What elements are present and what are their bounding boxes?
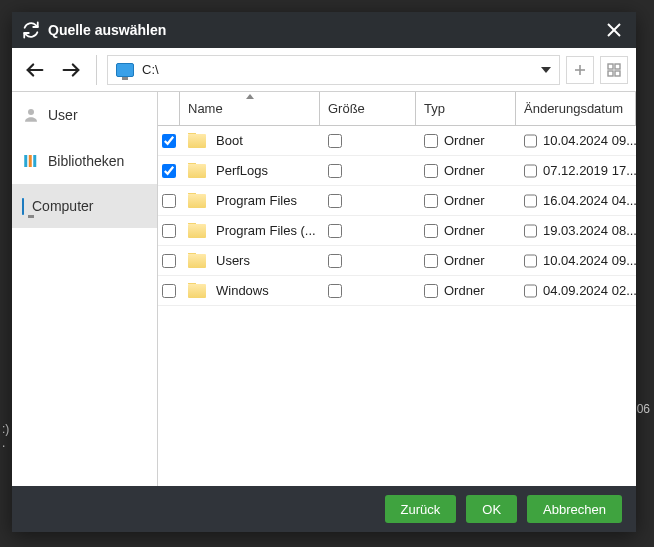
column-headers: Name Größe Typ Änderungsdatum xyxy=(158,92,636,126)
table-row[interactable]: Program Files (...Ordner19.03.2024 08... xyxy=(158,216,636,246)
type-checkbox[interactable] xyxy=(424,254,438,268)
path-dropdown[interactable] xyxy=(541,65,551,75)
sidebar-item-user[interactable]: User xyxy=(12,92,157,138)
table-row[interactable]: BootOrdner10.04.2024 09... xyxy=(158,126,636,156)
column-size[interactable]: Größe xyxy=(320,92,416,125)
toolbar-divider xyxy=(96,55,97,85)
row-name: Program Files (... xyxy=(216,223,316,238)
row-date: 07.12.2019 17... xyxy=(543,163,636,178)
row-date: 19.03.2024 08... xyxy=(543,223,636,238)
date-checkbox[interactable] xyxy=(524,194,537,208)
sidebar-item-label: Computer xyxy=(32,198,93,214)
svg-rect-8 xyxy=(615,64,620,69)
file-rows: BootOrdner10.04.2024 09...PerfLogsOrdner… xyxy=(158,126,636,486)
column-name[interactable]: Name xyxy=(180,92,320,125)
type-checkbox[interactable] xyxy=(424,224,438,238)
sidebar-item-label: User xyxy=(48,107,78,123)
path-text: C:\ xyxy=(142,62,533,77)
sidebar-item-bibliotheken[interactable]: Bibliotheken xyxy=(12,138,157,184)
svg-rect-13 xyxy=(29,155,32,167)
size-checkbox[interactable] xyxy=(328,164,342,178)
row-date: 10.04.2024 09... xyxy=(543,133,636,148)
date-checkbox[interactable] xyxy=(524,134,537,148)
footer: Zurück OK Abbrechen xyxy=(12,486,636,532)
type-checkbox[interactable] xyxy=(424,194,438,208)
type-checkbox[interactable] xyxy=(424,164,438,178)
forward-button[interactable] xyxy=(56,55,86,85)
folder-icon xyxy=(188,134,206,148)
table-row[interactable]: Program FilesOrdner16.04.2024 04... xyxy=(158,186,636,216)
date-checkbox[interactable] xyxy=(524,284,537,298)
row-checkbox[interactable] xyxy=(162,254,176,268)
dialog-body: UserBibliothekenComputer Name Größe Typ … xyxy=(12,92,636,486)
sync-icon xyxy=(22,21,40,39)
size-checkbox[interactable] xyxy=(328,224,342,238)
size-checkbox[interactable] xyxy=(328,134,342,148)
row-name: Windows xyxy=(216,283,269,298)
size-checkbox[interactable] xyxy=(328,284,342,298)
back-button[interactable] xyxy=(20,55,50,85)
row-type: Ordner xyxy=(444,223,484,238)
row-name: PerfLogs xyxy=(216,163,268,178)
folder-icon xyxy=(188,224,206,238)
size-checkbox[interactable] xyxy=(328,254,342,268)
sidebar: UserBibliothekenComputer xyxy=(12,92,158,486)
toolbar: C:\ xyxy=(12,48,636,92)
sidebar-item-computer[interactable]: Computer xyxy=(12,184,157,228)
row-checkbox[interactable] xyxy=(162,134,176,148)
row-name: Boot xyxy=(216,133,243,148)
table-row[interactable]: UsersOrdner10.04.2024 09... xyxy=(158,246,636,276)
column-type[interactable]: Typ xyxy=(416,92,516,125)
table-row[interactable]: WindowsOrdner04.09.2024 02... xyxy=(158,276,636,306)
close-button[interactable] xyxy=(602,18,626,42)
folder-icon xyxy=(188,254,206,268)
row-type: Ordner xyxy=(444,163,484,178)
row-checkbox[interactable] xyxy=(162,224,176,238)
row-type: Ordner xyxy=(444,253,484,268)
date-checkbox[interactable] xyxy=(524,254,537,268)
new-folder-button[interactable] xyxy=(566,56,594,84)
svg-rect-7 xyxy=(608,64,613,69)
svg-rect-12 xyxy=(24,155,27,167)
row-date: 10.04.2024 09... xyxy=(543,253,636,268)
monitor-icon xyxy=(22,199,24,214)
row-name: Program Files xyxy=(216,193,297,208)
folder-icon xyxy=(188,164,206,178)
monitor-icon xyxy=(116,63,134,77)
row-checkbox[interactable] xyxy=(162,284,176,298)
type-checkbox[interactable] xyxy=(424,134,438,148)
source-select-dialog: Quelle auswählen C:\ xyxy=(12,12,636,532)
view-grid-button[interactable] xyxy=(600,56,628,84)
row-date: 04.09.2024 02... xyxy=(543,283,636,298)
back-dialog-button[interactable]: Zurück xyxy=(385,495,457,523)
bg-fragment-left: :) . xyxy=(2,422,9,450)
column-checkbox xyxy=(158,92,180,125)
type-checkbox[interactable] xyxy=(424,284,438,298)
cancel-button[interactable]: Abbrechen xyxy=(527,495,622,523)
table-row[interactable]: PerfLogsOrdner07.12.2019 17... xyxy=(158,156,636,186)
row-type: Ordner xyxy=(444,193,484,208)
library-icon xyxy=(22,152,40,170)
titlebar: Quelle auswählen xyxy=(12,12,636,48)
row-name: Users xyxy=(216,253,250,268)
svg-marker-4 xyxy=(541,67,551,73)
svg-rect-9 xyxy=(608,71,613,76)
path-box[interactable]: C:\ xyxy=(107,55,560,85)
row-date: 16.04.2024 04... xyxy=(543,193,636,208)
folder-icon xyxy=(188,194,206,208)
dialog-title: Quelle auswählen xyxy=(48,22,166,38)
row-checkbox[interactable] xyxy=(162,164,176,178)
folder-icon xyxy=(188,284,206,298)
column-date[interactable]: Änderungsdatum xyxy=(516,92,636,125)
date-checkbox[interactable] xyxy=(524,164,537,178)
ok-button[interactable]: OK xyxy=(466,495,517,523)
sidebar-item-label: Bibliotheken xyxy=(48,153,124,169)
date-checkbox[interactable] xyxy=(524,224,537,238)
svg-rect-10 xyxy=(615,71,620,76)
row-type: Ordner xyxy=(444,283,484,298)
size-checkbox[interactable] xyxy=(328,194,342,208)
svg-point-11 xyxy=(28,109,34,115)
row-checkbox[interactable] xyxy=(162,194,176,208)
svg-rect-14 xyxy=(33,155,36,167)
user-icon xyxy=(22,106,40,124)
